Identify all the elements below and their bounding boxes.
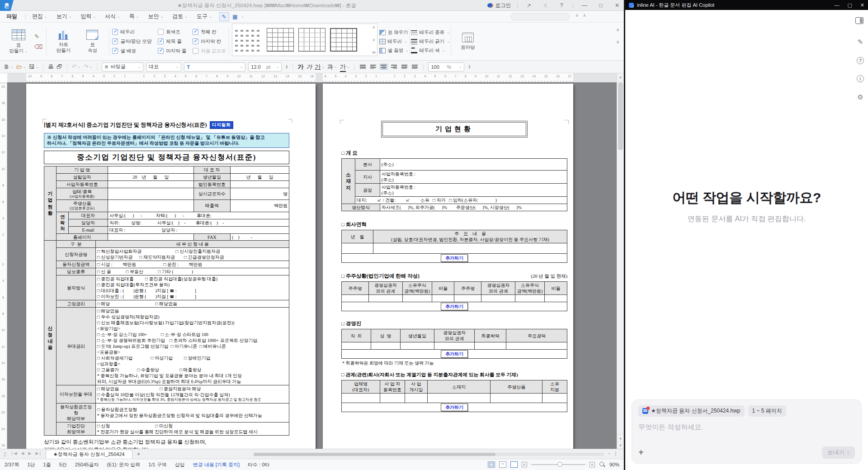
ribbon-check-테두리[interactable]: 테두리 [112,29,151,35]
page-range-badge[interactable]: 1 ~ 5 페이지 [748,405,786,417]
document-page-2[interactable]: 기업현황 □ 개 요 소 재 지본사(주소)지사사업자등록번호 :(주소)공장사… [323,84,573,449]
menu-입력[interactable]: 입력⌄ [76,13,100,20]
chevron-up-icon[interactable]: ∧ [583,13,586,18]
help-icon[interactable]: ? [557,2,566,9]
zoom-level[interactable]: 90% [609,462,619,467]
menu-도구[interactable]: 도구⌄ [192,13,217,20]
strike-button[interactable]: 과 [327,63,333,71]
zoom-slider[interactable] [531,461,585,468]
table-style-preview[interactable] [235,28,262,52]
vertical-scrollbar[interactable]: ▲ ▲ ▼ [617,73,624,449]
undo-icon[interactable]: ↶ [72,63,77,70]
maximize-button[interactable]: □ [596,2,606,9]
chevron-down-icon[interactable]: ∨ [576,13,579,18]
add-row-button[interactable]: 추가하기 [441,404,468,411]
add-row-button[interactable]: 추가하기 [441,303,468,310]
document-area[interactable]: [별지 제2호서식] 중소기업 기업진단 및 정책자금 융자신청서(표준) 디지… [7,82,617,449]
send-button[interactable]: 보내기↑ [822,446,855,459]
border-button[interactable]: 테두리 ⌄ [379,38,409,45]
next-tab-icon[interactable]: ▶ [28,451,31,457]
new-document-icon[interactable]: 🗎 [4,63,9,70]
menu-file[interactable]: 파일 [0,13,24,20]
table-style-preview[interactable] [298,28,326,52]
font-color-button[interactable]: 가 [340,63,346,71]
copilot-close-button[interactable]: ✕ [860,2,864,8]
align-center-icon[interactable] [380,64,387,70]
gallery-down-icon[interactable]: ∨ [373,38,376,42]
align-left-icon[interactable] [369,64,377,70]
menu-서식[interactable]: 서식⌄ [100,13,125,20]
minimize-button[interactable]: — [580,2,590,9]
underline-button[interactable]: 가 [315,63,321,71]
vertical-ruler[interactable]: 201816141210864224681012141618222426 [0,82,7,449]
zoom-stepper[interactable]: ▲▼ [468,65,471,69]
first-tab-icon[interactable]: ❘◀ [10,451,17,457]
settings-gear-icon[interactable]: ⚙ [857,93,863,101]
ribbon-check-마지막 칸[interactable]: 마지막 칸 [193,38,226,45]
menu-쪽[interactable]: 쪽⌄ [125,13,144,20]
menu-보안[interactable]: 보안⌄ [144,13,168,20]
align-justify-icon[interactable] [359,64,367,70]
magnifier-icon[interactable] [599,461,605,468]
erase-table-icon[interactable]: ⌫ [34,43,42,50]
align-right-icon[interactable] [390,64,398,70]
chat-input-placeholder[interactable]: 무엇이든 작성하세요. [638,423,855,432]
open-folder-icon[interactable]: 🗁 [16,63,22,70]
hscrollbar-thumb[interactable] [254,453,495,456]
menu-검토[interactable]: 검토⌄ [168,13,192,20]
italic-button[interactable]: 가 [306,63,312,71]
ribbon-check-처음 값으로[interactable]: 처음 값으로 [193,48,226,54]
page-down-icon[interactable]: ▼ [617,442,624,449]
print-preview-icon[interactable]: 🗗 [57,63,62,70]
compose-icon[interactable]: ✎ [858,38,863,46]
horizontal-ruler[interactable]: 1098765432112345678910111213141516 65432… [7,73,617,82]
gallery-expand-icon[interactable]: ≫ [372,50,376,55]
info-circle-icon[interactable]: i [857,75,864,82]
attach-plus-button[interactable]: + [638,447,644,458]
zoom-slider-knob[interactable] [557,462,562,467]
expand-icon[interactable]: ↗ [524,2,534,9]
view-fit-page-icon[interactable] [488,461,495,468]
ribbon-check-제목 줄[interactable]: 제목 줄 [158,38,186,45]
chat-input-card[interactable]: ★정책자금 융자 신청서_250424.hwp 1 ~ 5 페이지 무엇이든 작… [632,399,862,464]
draw-table-icon[interactable]: ✎ [34,33,42,40]
login-button[interactable]: 로그인 [487,2,511,9]
chevron-down-icon[interactable]: ⌄ [241,14,244,19]
table-style-gallery[interactable]: ∧ ∨ ≫ [232,24,377,56]
add-row-button[interactable]: 추가하기 [441,254,468,262]
horizontal-scrollbar[interactable] [253,453,604,456]
ribbon-check-글자/문단 모양[interactable]: 글자/문단 모양 [112,38,151,45]
view-fit-width-icon[interactable] [499,461,506,468]
table-style-preview[interactable] [330,28,357,52]
table-madang-button[interactable]: 표마당 [455,33,481,50]
touch-mode-icon[interactable]: ☝ [540,2,550,9]
zoom-input[interactable]: 100%⌄ [428,62,464,71]
redo-icon[interactable]: ↷ [84,63,89,70]
copilot-minimize-button[interactable]: — [834,2,839,8]
save-icon[interactable]: 🖫 [28,63,34,70]
ribbon-check-첫째 칸[interactable]: 첫째 칸 [193,29,226,35]
table-properties-button[interactable]: 표 속성 [79,30,105,53]
make-table-button[interactable]: 표 만들기 ⌄ [5,29,32,53]
document-tab[interactable]: ★정책자금 융자 신청서_250424 [46,450,132,459]
document-page-1[interactable]: [별지 제2호서식] 중소기업 기업진단 및 정책자금 융자신청서(표준) 디지… [26,84,316,449]
scroll-right-icon[interactable]: › [609,451,610,456]
view-full-screen-icon[interactable] [510,461,518,468]
new-tab-button[interactable]: + [132,451,145,457]
pen-toolbar-toggle-icon[interactable]: ✎ [219,12,229,21]
font-size-stepper[interactable]: ▲▼ [285,65,288,69]
border-color-button[interactable]: 테두리 색 ⌄ [411,47,450,54]
close-button[interactable]: ✕ [612,2,622,9]
sidebar-toggle-icon[interactable] [855,17,863,24]
font-select[interactable]: T⌄ [184,62,245,71]
ribbon-collapse-icon[interactable]: ∧ [616,27,619,32]
change-tracking-status[interactable]: 변경 내용 [기록 중지] [193,461,240,468]
last-tab-icon[interactable]: ▶❘ [35,451,42,457]
style-preset-select[interactable]: 대표⌄ [146,62,181,71]
scroll-end-icon[interactable]: ❘ [614,451,618,456]
copilot-maximize-button[interactable]: ▢ [847,2,852,8]
zoom-page-icon[interactable] [590,462,595,467]
add-row-button[interactable]: 추가하기 [441,350,468,358]
document-chip[interactable]: ★정책자금 융자 신청서_250424.hwp [638,405,745,417]
gallery-up-icon[interactable]: ∧ [373,25,376,29]
